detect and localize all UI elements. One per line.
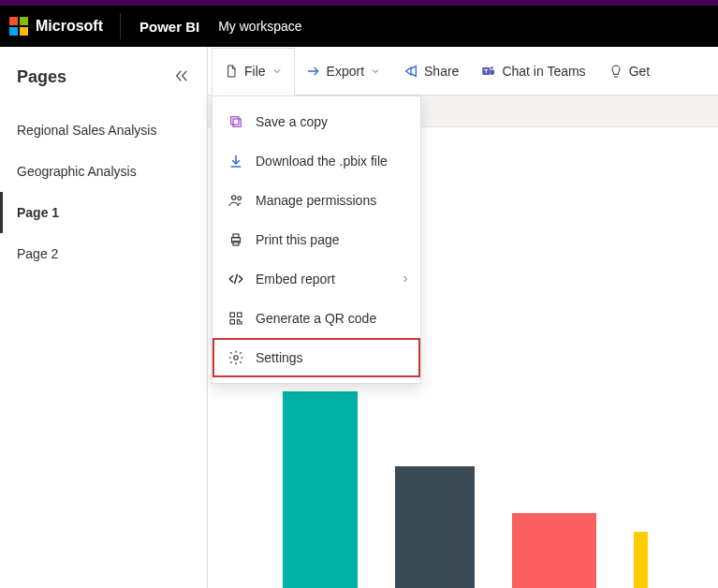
report-toolbar: File Export Share Chat in Teams Get [208,47,718,96]
chat-teams-button[interactable]: Chat in Teams [470,47,596,95]
bar-c [512,513,596,588]
teams-icon [481,64,496,79]
breadcrumb[interactable]: My workspace [218,19,301,34]
pages-list: Regional Sales Analysis Geographic Analy… [0,110,207,274]
microsoft-logo-icon [9,17,28,36]
export-label: Export [327,64,364,79]
bar-b [395,466,475,588]
file-menu-download-pbix[interactable]: Download the .pbix file [212,141,420,181]
file-menu-qr-code[interactable]: Generate a QR code [212,299,420,338]
menu-item-label: Print this page [256,232,340,247]
pages-sidebar: Pages Regional Sales Analysis Geographic… [0,47,208,588]
file-label: File [244,64,266,79]
svg-rect-9 [230,313,235,317]
bar-chart [283,391,648,588]
sidebar-item-geographic[interactable]: Geographic Analysis [0,151,207,192]
file-menu-button[interactable]: File [212,48,295,96]
collapse-sidebar-icon[interactable] [173,67,190,87]
chevron-right-icon [400,273,411,285]
print-icon [227,231,244,248]
file-menu-manage-permissions[interactable]: Manage permissions [212,181,420,220]
sidebar-item-regional-sales[interactable]: Regional Sales Analysis [0,110,207,151]
export-menu-button[interactable]: Export [295,47,392,95]
svg-rect-2 [233,119,241,126]
svg-point-5 [238,197,242,200]
share-icon [403,64,418,79]
gear-icon [227,349,244,366]
download-icon [227,153,244,169]
lightbulb-icon [608,64,623,79]
svg-point-1 [491,66,493,69]
menu-item-label: Download the .pbix file [256,154,388,169]
file-dropdown: Save a copy Download the .pbix file Mana… [212,96,421,384]
code-icon [227,271,244,287]
sidebar-item-page-1[interactable]: Page 1 [0,192,207,233]
qr-icon [227,310,244,327]
share-button[interactable]: Share [392,47,470,95]
content-area: File Export Share Chat in Teams Get [208,47,718,588]
svg-point-4 [232,196,237,200]
menu-item-label: Save a copy [256,114,328,129]
svg-point-12 [234,356,239,360]
file-menu-settings[interactable]: Settings [212,338,420,377]
chevron-down-icon [271,66,283,77]
menu-item-label: Settings [256,350,303,365]
microsoft-label: Microsoft [36,18,103,35]
share-label: Share [424,64,459,79]
copy-icon [227,113,244,130]
bar-a [283,391,358,588]
sidebar-item-page-2[interactable]: Page 2 [0,233,207,274]
file-menu-embed-report[interactable]: Embed report [212,259,420,299]
file-icon [224,64,239,79]
menu-item-label: Manage permissions [256,193,376,208]
microsoft-logo: Microsoft [9,13,121,39]
get-label: Get [629,64,651,79]
top-bar: Microsoft Power BI My workspace [0,0,718,47]
sidebar-title: Pages [17,67,66,87]
svg-rect-7 [233,234,239,238]
file-menu-save-copy[interactable]: Save a copy [212,102,420,141]
menu-item-label: Generate a QR code [256,311,376,326]
file-menu-print[interactable]: Print this page [212,220,420,259]
sidebar-header: Pages [0,60,207,110]
bar-d [634,532,648,588]
people-icon [227,192,244,209]
svg-rect-10 [238,313,242,317]
export-icon [306,64,321,79]
chevron-down-icon [370,66,381,77]
svg-rect-11 [230,320,235,325]
get-insights-button[interactable]: Get [597,47,662,95]
menu-item-label: Embed report [256,272,335,287]
chat-teams-label: Chat in Teams [502,64,585,79]
product-name[interactable]: Power BI [121,19,218,35]
main-region: Pages Regional Sales Analysis Geographic… [0,47,718,588]
svg-rect-3 [231,117,239,125]
svg-rect-8 [233,242,239,246]
